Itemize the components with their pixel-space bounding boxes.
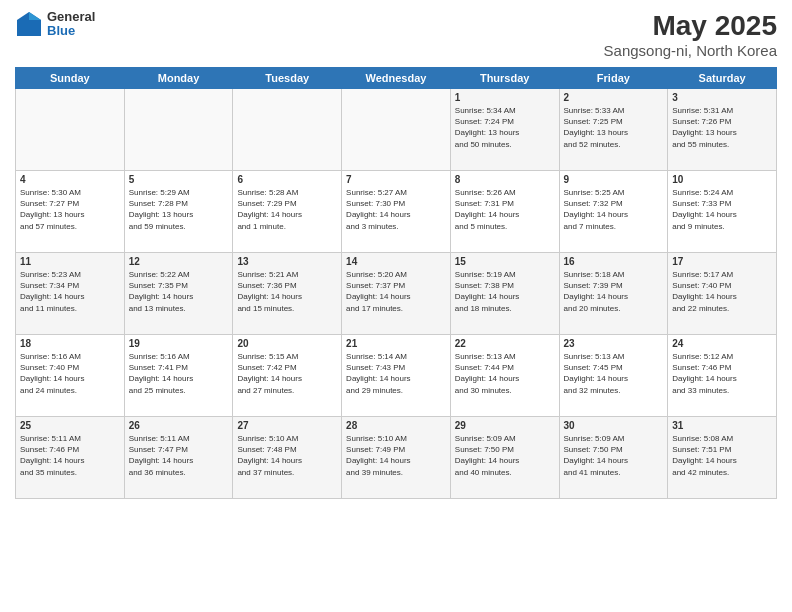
day-info-23: Sunrise: 5:13 AM Sunset: 7:45 PM Dayligh… (564, 351, 664, 396)
calendar-cell-w0-d3 (342, 89, 451, 171)
logo-general-text: General (47, 10, 95, 24)
day-number-22: 22 (455, 338, 555, 349)
day-info-10: Sunrise: 5:24 AM Sunset: 7:33 PM Dayligh… (672, 187, 772, 232)
day-info-13: Sunrise: 5:21 AM Sunset: 7:36 PM Dayligh… (237, 269, 337, 314)
day-number-24: 24 (672, 338, 772, 349)
day-info-19: Sunrise: 5:16 AM Sunset: 7:41 PM Dayligh… (129, 351, 229, 396)
calendar: Sunday Monday Tuesday Wednesday Thursday… (15, 67, 777, 499)
logo-blue-text: Blue (47, 24, 95, 38)
calendar-cell-w3-d4: 22Sunrise: 5:13 AM Sunset: 7:44 PM Dayli… (450, 335, 559, 417)
day-info-9: Sunrise: 5:25 AM Sunset: 7:32 PM Dayligh… (564, 187, 664, 232)
day-number-17: 17 (672, 256, 772, 267)
calendar-cell-w1-d0: 4Sunrise: 5:30 AM Sunset: 7:27 PM Daylig… (16, 171, 125, 253)
day-number-30: 30 (564, 420, 664, 431)
day-info-14: Sunrise: 5:20 AM Sunset: 7:37 PM Dayligh… (346, 269, 446, 314)
calendar-cell-w2-d4: 15Sunrise: 5:19 AM Sunset: 7:38 PM Dayli… (450, 253, 559, 335)
day-info-15: Sunrise: 5:19 AM Sunset: 7:38 PM Dayligh… (455, 269, 555, 314)
header-tuesday: Tuesday (233, 68, 342, 89)
weekday-header-row: Sunday Monday Tuesday Wednesday Thursday… (16, 68, 777, 89)
week-row-2: 11Sunrise: 5:23 AM Sunset: 7:34 PM Dayli… (16, 253, 777, 335)
calendar-cell-w4-d2: 27Sunrise: 5:10 AM Sunset: 7:48 PM Dayli… (233, 417, 342, 499)
day-number-26: 26 (129, 420, 229, 431)
day-number-12: 12 (129, 256, 229, 267)
calendar-cell-w1-d4: 8Sunrise: 5:26 AM Sunset: 7:31 PM Daylig… (450, 171, 559, 253)
day-number-9: 9 (564, 174, 664, 185)
day-info-4: Sunrise: 5:30 AM Sunset: 7:27 PM Dayligh… (20, 187, 120, 232)
svg-marker-1 (29, 12, 41, 20)
calendar-cell-w3-d5: 23Sunrise: 5:13 AM Sunset: 7:45 PM Dayli… (559, 335, 668, 417)
day-info-2: Sunrise: 5:33 AM Sunset: 7:25 PM Dayligh… (564, 105, 664, 150)
calendar-cell-w1-d1: 5Sunrise: 5:29 AM Sunset: 7:28 PM Daylig… (124, 171, 233, 253)
day-number-18: 18 (20, 338, 120, 349)
calendar-cell-w1-d5: 9Sunrise: 5:25 AM Sunset: 7:32 PM Daylig… (559, 171, 668, 253)
header-saturday: Saturday (668, 68, 777, 89)
day-number-1: 1 (455, 92, 555, 103)
day-info-6: Sunrise: 5:28 AM Sunset: 7:29 PM Dayligh… (237, 187, 337, 232)
header-wednesday: Wednesday (342, 68, 451, 89)
day-info-17: Sunrise: 5:17 AM Sunset: 7:40 PM Dayligh… (672, 269, 772, 314)
day-number-13: 13 (237, 256, 337, 267)
day-info-31: Sunrise: 5:08 AM Sunset: 7:51 PM Dayligh… (672, 433, 772, 478)
day-number-20: 20 (237, 338, 337, 349)
calendar-cell-w3-d1: 19Sunrise: 5:16 AM Sunset: 7:41 PM Dayli… (124, 335, 233, 417)
calendar-cell-w1-d6: 10Sunrise: 5:24 AM Sunset: 7:33 PM Dayli… (668, 171, 777, 253)
header-monday: Monday (124, 68, 233, 89)
day-info-26: Sunrise: 5:11 AM Sunset: 7:47 PM Dayligh… (129, 433, 229, 478)
day-number-2: 2 (564, 92, 664, 103)
calendar-cell-w0-d0 (16, 89, 125, 171)
day-number-25: 25 (20, 420, 120, 431)
logo-text: General Blue (47, 10, 95, 39)
day-number-7: 7 (346, 174, 446, 185)
calendar-cell-w4-d6: 31Sunrise: 5:08 AM Sunset: 7:51 PM Dayli… (668, 417, 777, 499)
calendar-cell-w3-d3: 21Sunrise: 5:14 AM Sunset: 7:43 PM Dayli… (342, 335, 451, 417)
day-info-1: Sunrise: 5:34 AM Sunset: 7:24 PM Dayligh… (455, 105, 555, 150)
header: General Blue May 2025 Sangsong-ni, North… (15, 10, 777, 59)
day-info-5: Sunrise: 5:29 AM Sunset: 7:28 PM Dayligh… (129, 187, 229, 232)
day-info-27: Sunrise: 5:10 AM Sunset: 7:48 PM Dayligh… (237, 433, 337, 478)
calendar-cell-w4-d0: 25Sunrise: 5:11 AM Sunset: 7:46 PM Dayli… (16, 417, 125, 499)
day-number-5: 5 (129, 174, 229, 185)
day-number-8: 8 (455, 174, 555, 185)
day-number-19: 19 (129, 338, 229, 349)
day-info-30: Sunrise: 5:09 AM Sunset: 7:50 PM Dayligh… (564, 433, 664, 478)
day-info-21: Sunrise: 5:14 AM Sunset: 7:43 PM Dayligh… (346, 351, 446, 396)
calendar-cell-w4-d3: 28Sunrise: 5:10 AM Sunset: 7:49 PM Dayli… (342, 417, 451, 499)
page: General Blue May 2025 Sangsong-ni, North… (0, 0, 792, 612)
day-info-3: Sunrise: 5:31 AM Sunset: 7:26 PM Dayligh… (672, 105, 772, 150)
calendar-cell-w3-d2: 20Sunrise: 5:15 AM Sunset: 7:42 PM Dayli… (233, 335, 342, 417)
calendar-cell-w0-d2 (233, 89, 342, 171)
calendar-cell-w0-d1 (124, 89, 233, 171)
day-info-12: Sunrise: 5:22 AM Sunset: 7:35 PM Dayligh… (129, 269, 229, 314)
day-number-31: 31 (672, 420, 772, 431)
header-friday: Friday (559, 68, 668, 89)
calendar-cell-w1-d3: 7Sunrise: 5:27 AM Sunset: 7:30 PM Daylig… (342, 171, 451, 253)
week-row-1: 4Sunrise: 5:30 AM Sunset: 7:27 PM Daylig… (16, 171, 777, 253)
calendar-cell-w4-d4: 29Sunrise: 5:09 AM Sunset: 7:50 PM Dayli… (450, 417, 559, 499)
calendar-cell-w0-d6: 3Sunrise: 5:31 AM Sunset: 7:26 PM Daylig… (668, 89, 777, 171)
day-number-27: 27 (237, 420, 337, 431)
day-number-6: 6 (237, 174, 337, 185)
day-number-23: 23 (564, 338, 664, 349)
day-number-10: 10 (672, 174, 772, 185)
header-sunday: Sunday (16, 68, 125, 89)
calendar-cell-w2-d1: 12Sunrise: 5:22 AM Sunset: 7:35 PM Dayli… (124, 253, 233, 335)
day-info-16: Sunrise: 5:18 AM Sunset: 7:39 PM Dayligh… (564, 269, 664, 314)
week-row-0: 1Sunrise: 5:34 AM Sunset: 7:24 PM Daylig… (16, 89, 777, 171)
day-number-4: 4 (20, 174, 120, 185)
day-info-11: Sunrise: 5:23 AM Sunset: 7:34 PM Dayligh… (20, 269, 120, 314)
calendar-cell-w1-d2: 6Sunrise: 5:28 AM Sunset: 7:29 PM Daylig… (233, 171, 342, 253)
day-number-14: 14 (346, 256, 446, 267)
calendar-cell-w0-d4: 1Sunrise: 5:34 AM Sunset: 7:24 PM Daylig… (450, 89, 559, 171)
title-location: Sangsong-ni, North Korea (604, 42, 777, 59)
calendar-cell-w3-d6: 24Sunrise: 5:12 AM Sunset: 7:46 PM Dayli… (668, 335, 777, 417)
day-info-7: Sunrise: 5:27 AM Sunset: 7:30 PM Dayligh… (346, 187, 446, 232)
week-row-4: 25Sunrise: 5:11 AM Sunset: 7:46 PM Dayli… (16, 417, 777, 499)
calendar-cell-w2-d2: 13Sunrise: 5:21 AM Sunset: 7:36 PM Dayli… (233, 253, 342, 335)
logo-icon (15, 10, 43, 38)
calendar-cell-w2-d0: 11Sunrise: 5:23 AM Sunset: 7:34 PM Dayli… (16, 253, 125, 335)
day-number-29: 29 (455, 420, 555, 431)
title-month: May 2025 (604, 10, 777, 42)
day-number-21: 21 (346, 338, 446, 349)
day-number-15: 15 (455, 256, 555, 267)
svg-rect-2 (17, 20, 41, 22)
